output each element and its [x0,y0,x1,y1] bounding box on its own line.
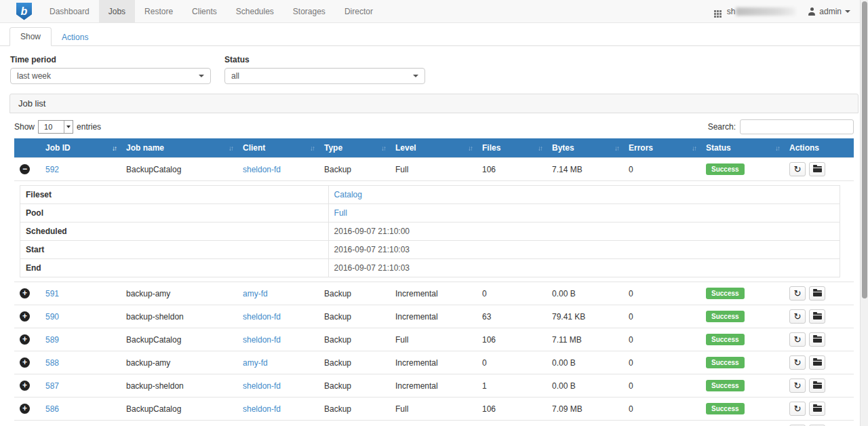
rerun-job-button[interactable]: ↻ [789,286,806,301]
job-id-link[interactable]: 589 [45,335,59,345]
table-row: − 592 BackupCatalog sheldon-fd Backup Fu… [14,158,854,181]
client-link[interactable]: sheldon-fd [243,335,281,345]
column-label: Job name [126,143,164,153]
errors-cell: 0 [623,328,701,351]
detail-row-scheduled: Scheduled2016-09-07 21:10:00 [20,222,840,241]
nav-item-storages[interactable]: Storages [283,0,335,22]
detail-value[interactable]: Full [334,208,347,218]
level-cell: Incremental [390,374,477,398]
expand-row-button[interactable]: − [20,164,30,174]
detail-value[interactable]: Catalog [334,190,362,199]
baculum-logo[interactable]: b [16,0,32,22]
table-row: + 589 BackupCatalog sheldon-fd Backup Fu… [14,328,854,351]
job-id-link[interactable]: 588 [45,358,59,368]
expand-row-button[interactable]: + [20,357,30,368]
user-icon [808,7,816,16]
rerun-job-button[interactable]: ↻ [789,402,806,416]
type-cell: Backup [319,351,390,374]
type-cell: Backup [319,158,390,181]
expand-row-button[interactable]: + [20,311,30,322]
column-header-job-name[interactable]: Job name↓↑ [121,138,237,158]
time-period-value: last week [17,71,51,81]
column-header-files[interactable]: Files↓↑ [477,138,547,158]
job-id-link[interactable]: 586 [45,404,59,414]
nav-item-dashboard[interactable]: Dashboard [40,0,99,22]
status-select[interactable]: all [224,68,425,84]
expand-row-button[interactable]: + [20,288,30,298]
client-link[interactable]: sheldon-fd [243,165,281,174]
bytes-cell: 0.00 B [547,374,623,398]
client-link[interactable]: amy-fd [243,358,268,368]
restore-files-button[interactable] [809,309,825,324]
errors-cell: 0 [623,351,701,374]
nav-item-clients[interactable]: Clients [182,0,226,22]
scrollbar-thumb[interactable] [862,1,867,298]
restore-files-button[interactable] [809,286,825,301]
folder-icon [813,336,822,343]
search-input[interactable] [740,119,854,134]
nav-item-schedules[interactable]: Schedules [226,0,283,22]
nav-item-director[interactable]: Director [335,0,382,22]
sort-icon: ↓↑ [381,144,387,152]
column-label: Actions [789,143,819,153]
main-menu: DashboardJobsRestoreClientsSchedulesStor… [40,0,382,22]
show-label: Show [14,122,35,132]
tab-show[interactable]: Show [9,27,52,46]
job-id-link[interactable]: 590 [45,312,59,322]
detail-value: 2016-09-07 21:10:03 [334,263,410,273]
user-menu[interactable]: admin [808,7,850,16]
page-length-select[interactable]: 10 [38,120,73,134]
client-link[interactable]: sheldon-fd [243,312,281,322]
restore-files-button[interactable] [809,402,825,416]
nav-item-restore[interactable]: Restore [135,0,182,22]
tab-actions[interactable]: Actions [52,28,98,46]
detail-label: Pool [20,204,329,222]
time-period-select[interactable]: last week [10,68,211,84]
rerun-job-button[interactable]: ↻ [789,332,806,347]
column-header-bytes[interactable]: Bytes↓↑ [547,138,623,158]
column-label: Status [706,143,731,153]
column-header-errors[interactable]: Errors↓↑ [623,138,701,158]
expand-row-button[interactable]: + [20,381,30,391]
rerun-job-button[interactable]: ↻ [789,162,806,176]
job-id-link[interactable]: 592 [45,165,59,174]
status-label: Status [224,55,425,64]
column-header-actions: Actions [784,138,854,158]
level-cell: Full [390,328,477,351]
rerun-job-button[interactable]: ↻ [789,355,806,370]
files-cell: 1 [477,374,547,398]
restore-files-button[interactable] [809,379,825,393]
jobs-table: Job ID↓↑Job name↓↑Client↓↑Type↓↑Level↓↑F… [14,138,854,426]
detail-row-fileset: FilesetCatalog [20,186,840,204]
job-name-cell: backup-amy [121,282,237,305]
client-link[interactable]: sheldon-fd [243,404,281,414]
restore-files-button[interactable] [809,332,825,347]
column-header-type[interactable]: Type↓↑ [319,138,390,158]
entries-label: entries [77,122,101,132]
status-badge: Success [706,357,745,368]
job-id-link[interactable]: 587 [45,381,59,391]
job-list-panel: Job list Show 10 entries Search: Job ID↓… [9,94,859,426]
column-header-status[interactable]: Status↓↑ [701,138,784,158]
nav-item-jobs[interactable]: Jobs [99,0,135,22]
rerun-job-button[interactable]: ↻ [789,309,806,324]
bytes-cell: 0.00 B [547,282,623,305]
rerun-job-button[interactable]: ↻ [789,379,806,393]
column-header-job-id[interactable]: Job ID↓↑ [40,138,121,158]
search-control: Search: [708,119,854,134]
job-id-link[interactable]: 591 [45,289,59,298]
detail-label: Scheduled [20,222,329,241]
column-label: Errors [629,143,653,153]
column-label: Level [395,143,416,153]
column-label: Job ID [45,143,71,153]
expand-row-button[interactable]: + [20,404,30,414]
type-cell: Backup [319,305,390,328]
expand-row-button[interactable]: + [20,334,30,345]
restore-files-button[interactable] [809,162,825,176]
column-header-client[interactable]: Client↓↑ [237,138,319,158]
client-link[interactable]: amy-fd [243,289,268,298]
client-link[interactable]: sheldon-fd [243,381,281,391]
column-header-level[interactable]: Level↓↑ [390,138,477,158]
restore-files-button[interactable] [809,355,825,370]
type-cell: Backup [319,421,390,426]
